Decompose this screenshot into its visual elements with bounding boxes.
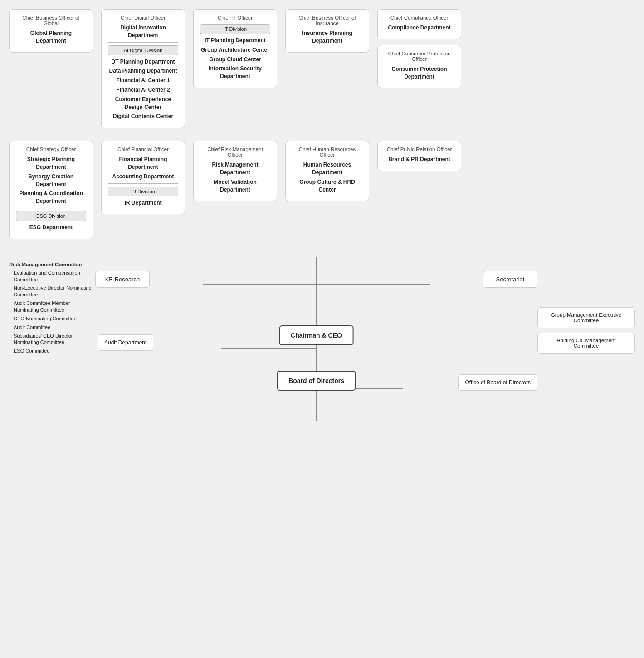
card-digital-dept-7: Digital Contents Center bbox=[108, 113, 178, 120]
card-digital-title: Chief Digital Officer bbox=[108, 15, 178, 20]
ceo-nominating-committee: CEO Nominating Committee bbox=[14, 315, 95, 322]
card-compliance-title: Chief Compliance Officer bbox=[384, 15, 454, 20]
card-strategy: Chief Strategy Officer Strategic Plannin… bbox=[9, 141, 93, 239]
card-risk: Chief Risk Management Officer Risk Manag… bbox=[193, 141, 277, 201]
card-it-title: Chief IT Officer bbox=[200, 15, 270, 20]
card-hr-dept-1: Human Resources Department bbox=[292, 161, 362, 177]
clean-right-boxes: Group Management Executive Committee Hol… bbox=[537, 253, 635, 354]
eval-comp-committee: Evaluation and Compensation Committee bbox=[14, 270, 95, 283]
card-pr: Chief Public Relation Officer Brand & PR… bbox=[377, 141, 461, 171]
chairman-box: Chairman & CEO bbox=[279, 325, 354, 345]
board-text: Board of Directors bbox=[288, 377, 344, 384]
card-digital-dept-6: Customer Experience Design Center bbox=[108, 96, 178, 111]
holding-co-mgmt-text: Holding Co. Management Committee bbox=[556, 338, 615, 349]
card-financial-dept-1: Financial Planning Department bbox=[108, 156, 178, 171]
card-hr: Chief Human Resources Officer Human Reso… bbox=[285, 141, 369, 201]
risk-mgmt-committee: Risk Management Committee bbox=[9, 262, 95, 267]
nonexec-committee: Non-Executive Director Nominating Commit… bbox=[14, 285, 95, 298]
ai-digital-division-badge: AI·Digital Division bbox=[108, 45, 178, 55]
card-consumer-title: Chief Consumer Protection Officer bbox=[384, 51, 454, 62]
card-financial-dept-3: IR Department bbox=[108, 199, 178, 207]
card-pr-title: Chief Public Relation Officer bbox=[384, 147, 454, 152]
top-row: Chief Business Officer of Global Global … bbox=[9, 9, 635, 128]
secretariat-positioned: Secretariat bbox=[483, 271, 537, 288]
card-global-dept: Global Planning Department bbox=[16, 29, 86, 45]
card-digital-dept-3: Data Planning Department bbox=[108, 67, 178, 75]
card-digital-dept-1: Digital Innovation Department bbox=[108, 24, 178, 39]
card-strategy-title: Chief Strategy Officer bbox=[16, 147, 86, 152]
esg-committee: ESG Committee bbox=[14, 348, 95, 354]
card-compliance-dept: Compliance Department bbox=[384, 24, 454, 32]
audit-dept-positioned: Audit Department bbox=[98, 334, 153, 351]
card-it-dept-4: Information Security Department bbox=[200, 65, 270, 80]
card-insurance-title: Chief Business Officer of Insurance bbox=[292, 15, 362, 26]
card-it-dept-3: Group Cloud Center bbox=[200, 56, 270, 64]
card-digital: Chief Digital Officer Digital Innovation… bbox=[101, 9, 185, 128]
card-strategy-dept-1: Strategic Planning Department bbox=[16, 156, 86, 171]
kb-research-positioned: KB Research bbox=[95, 271, 150, 288]
audit-member-committee: Audit Committee Member Nominating Commit… bbox=[14, 300, 95, 314]
card-strategy-dept-2: Synergy Creation Department bbox=[16, 173, 86, 188]
board-box: Board of Directors bbox=[277, 371, 356, 391]
card-digital-dept-2: DT Planning Department bbox=[108, 58, 178, 66]
group-mgmt-exec-text: Group Management Executive Committee bbox=[551, 312, 621, 323]
card-global-title: Chief Business Officer of Global bbox=[16, 15, 86, 26]
office-board-box: Office of Board of Directors bbox=[458, 374, 537, 391]
holding-co-mgmt-box: Holding Co. Management Committee bbox=[537, 333, 635, 354]
card-it: Chief IT Officer IT Division IT Planning… bbox=[193, 9, 277, 88]
card-strategy-dept-3: Planning & Coordination Department bbox=[16, 190, 86, 205]
card-consumer: Chief Consumer Protection Officer Consum… bbox=[377, 45, 461, 88]
card-financial: Chief Financial Officer Financial Planni… bbox=[101, 141, 185, 214]
sub-ceo-committee: Subsidiaries' CEO Director Nominating Co… bbox=[14, 333, 95, 346]
group-mgmt-exec-box: Group Management Executive Committee bbox=[537, 307, 635, 328]
card-insurance-dept: Insurance Planning Department bbox=[292, 29, 362, 45]
org-chart: Chief Business Officer of Global Global … bbox=[9, 9, 635, 239]
card-financial-title: Chief Financial Officer bbox=[108, 147, 178, 152]
card-strategy-dept-4: ESG Department bbox=[16, 224, 86, 231]
secretariat-box3: Secretariat bbox=[483, 271, 537, 288]
audit-committee: Audit Committee bbox=[14, 324, 95, 331]
audit-dept-text: Audit Department bbox=[104, 339, 146, 346]
ir-division-badge: IR Division bbox=[108, 187, 178, 196]
office-board-positioned: Office of Board of Directors bbox=[458, 374, 537, 391]
mid-row: Chief Strategy Officer Strategic Plannin… bbox=[9, 141, 635, 239]
audit-dept-box: Audit Department bbox=[98, 334, 153, 351]
card-digital-dept-5: Financial AI Center 2 bbox=[108, 86, 178, 94]
card-financial-dept-2: Accounting Department bbox=[108, 173, 178, 181]
kb-research-box3: KB Research bbox=[95, 271, 150, 288]
card-it-dept-1: IT Planning Department bbox=[200, 37, 270, 44]
board-positioned: Board of Directors bbox=[277, 371, 356, 391]
card-risk-title: Chief Risk Management Officer bbox=[200, 147, 270, 157]
card-risk-dept-1: Risk Management Department bbox=[200, 161, 270, 177]
chairman-positioned: Chairman & CEO bbox=[279, 325, 354, 345]
office-board-text: Office of Board of Directors bbox=[465, 379, 531, 386]
card-hr-dept-2: Group Culture & HRD Center bbox=[292, 178, 362, 194]
card-consumer-dept: Consumer Protection Department bbox=[384, 65, 454, 81]
kb-research-text: KB Research bbox=[105, 276, 140, 283]
secretariat-text: Secretariat bbox=[496, 276, 525, 283]
card-risk-dept-2: Model Validation Department bbox=[200, 178, 270, 194]
card-it-dept-2: Group Architecture Center bbox=[200, 46, 270, 54]
chairman-text: Chairman & CEO bbox=[291, 332, 342, 339]
clean-left-committees: Risk Management Committee Evaluation and… bbox=[9, 253, 95, 356]
card-compliance: Chief Compliance Officer Compliance Depa… bbox=[377, 9, 461, 39]
esg-division-badge: ESG Division bbox=[16, 211, 86, 221]
card-pr-dept-1: Brand & PR Department bbox=[384, 156, 454, 163]
card-insurance: Chief Business Officer of Insurance Insu… bbox=[285, 9, 369, 53]
clean-bottom: Risk Management Committee Evaluation and… bbox=[9, 253, 635, 425]
card-hr-title: Chief Human Resources Officer bbox=[292, 147, 362, 157]
clean-center: KB Research Secretariat Audit Department… bbox=[95, 253, 537, 425]
it-division-badge: IT Division bbox=[200, 24, 270, 34]
card-digital-dept-4: Financial AI Center 1 bbox=[108, 77, 178, 84]
compliance-group: Chief Compliance Officer Compliance Depa… bbox=[377, 9, 461, 88]
card-global: Chief Business Officer of Global Global … bbox=[9, 9, 93, 53]
